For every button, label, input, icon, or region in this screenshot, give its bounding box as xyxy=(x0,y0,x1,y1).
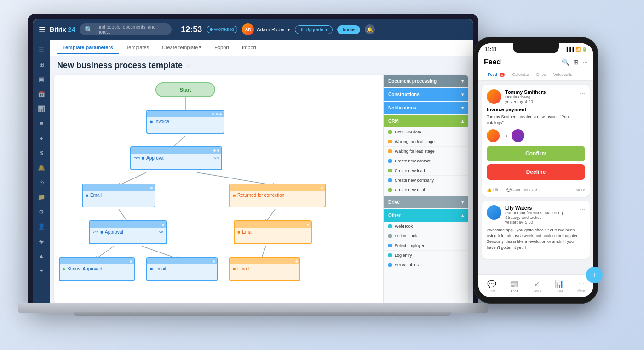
panel-item-set-variables[interactable]: Set variables xyxy=(384,260,468,270)
node-invoice-icon: ■ xyxy=(150,119,153,124)
panel-item-get-crm[interactable]: Get CRM data xyxy=(384,127,468,137)
hamburger-icon[interactable]: ☰ xyxy=(39,25,45,34)
panel-other-chevron: ▴ xyxy=(461,213,464,218)
bottom-nav-crm[interactable]: 📊 CRM xyxy=(555,280,564,293)
phone-search-icon[interactable]: 🔍 xyxy=(562,58,569,66)
bottom-nav-more[interactable]: ··· More xyxy=(577,280,585,292)
tab-import[interactable]: Import xyxy=(236,42,262,54)
node-email1-icon: ■ xyxy=(86,193,88,198)
like-button[interactable]: 👍 Like xyxy=(487,188,501,192)
tab-export[interactable]: Export xyxy=(209,42,235,54)
sidebar-item-folder[interactable]: 📁 xyxy=(35,190,48,203)
node-email4-orange[interactable]: ■ Email xyxy=(229,257,300,281)
node-invoice[interactable]: ■ Invoice xyxy=(146,110,224,134)
search-bar[interactable]: 🔍 Find people, documents, and more... xyxy=(80,23,172,35)
panel-section-doc-header[interactable]: Document processing ▾ xyxy=(384,75,468,87)
sidebar-item-circle[interactable]: ⊙ xyxy=(35,176,48,189)
sidebar-item-plus[interactable]: + xyxy=(35,264,48,277)
sidebar-item-list[interactable]: ≡ xyxy=(35,117,48,130)
sidebar-item-menu[interactable]: ☰ xyxy=(35,43,48,56)
node-returned[interactable]: ■ Returned for correction xyxy=(229,184,326,207)
tab-templates[interactable]: Templates xyxy=(121,42,155,54)
tab-create-template[interactable]: Create template ▾ xyxy=(156,41,207,54)
panel-item-create-contact[interactable]: Create new contact xyxy=(384,156,468,166)
sidebar-item-home[interactable]: ⊞ xyxy=(35,58,48,71)
node-email3-icon: ■ xyxy=(150,266,153,271)
user-chevron-icon: ▾ xyxy=(288,27,290,33)
sidebar-item-user[interactable]: 👤 xyxy=(35,220,48,233)
node-start-label: Start xyxy=(179,87,191,92)
panel-section-other: Other ▴ WebHook Action block xyxy=(384,209,468,270)
panel-item-dot xyxy=(388,244,392,247)
main-content: Template parameters Templates Create tem… xyxy=(50,40,473,308)
panel-item-log-entry[interactable]: Log entry xyxy=(384,251,468,260)
node-approval1-icon: ■ xyxy=(142,155,144,161)
favorite-star-icon[interactable]: ☆ xyxy=(186,62,192,69)
bottom-nav-feed[interactable]: 📰 Feed xyxy=(510,280,519,293)
sidebar-item-chart[interactable]: 📊 xyxy=(35,102,48,115)
node-email3-label: Email xyxy=(155,266,166,271)
upgrade-button[interactable]: ⬆ Upgrade ▾ xyxy=(295,25,332,34)
feed-lily-body: Awesome app - you gotta check it out! I'… xyxy=(487,227,585,250)
node-approved-check-icon: ● xyxy=(63,266,65,271)
phone-tab-feed[interactable]: Feed 1 xyxy=(484,69,508,80)
sidebar-item-bell[interactable]: 🔔 xyxy=(35,161,48,174)
phone-tab-calendar[interactable]: Calendar xyxy=(508,69,533,80)
sidebar-item-calendar[interactable]: 📅 xyxy=(35,87,48,100)
panel-section-notif-header[interactable]: Notifications ▾ xyxy=(384,102,468,114)
phone-tabs: Feed 1 Calendar Drive Videocalls xyxy=(478,69,593,81)
feed-more-icon[interactable]: ··· xyxy=(580,89,585,97)
feed-timestamp1: yesterday, 4:20 xyxy=(505,99,576,104)
panel-item-waiting-lead[interactable]: Waiting for lead stage xyxy=(384,147,468,156)
panel-section-crm-header[interactable]: CRM ▴ xyxy=(384,115,468,127)
node-approval2[interactable]: Yes ■ Approval No xyxy=(89,220,167,244)
right-panel: Document processing ▾ Constructions ▾ xyxy=(383,75,468,304)
node-approval1[interactable]: Yes ■ Approval No xyxy=(130,146,222,170)
panel-item-select-employee[interactable]: Select employee xyxy=(384,241,468,251)
panel-item-dot xyxy=(388,178,392,182)
sidebar-item-shape[interactable]: ◈ xyxy=(35,235,48,247)
sidebar-item-dollar[interactable]: $ xyxy=(35,146,48,159)
bottom-nav-tasks[interactable]: ✓ Tasks xyxy=(533,280,541,293)
phone-grid-icon[interactable]: ⊞ xyxy=(573,58,579,66)
fab-button[interactable]: + xyxy=(586,267,603,283)
bottom-nav-chat[interactable]: 💬 Chat xyxy=(487,280,496,293)
node-email3[interactable]: ■ Email xyxy=(146,257,218,281)
panel-section-other-header[interactable]: Other ▴ xyxy=(384,209,468,222)
feed-sub-ursula: Ursula Cheng xyxy=(505,95,576,99)
panel-item-create-deal[interactable]: Create new deal xyxy=(384,185,468,195)
feed-more2-icon[interactable]: ··· xyxy=(580,205,585,212)
sidebar-item-gear[interactable]: ⚙ xyxy=(35,205,48,218)
panel-item-webhook[interactable]: WebHook xyxy=(384,222,468,231)
sidebar: ☰ ⊞ ▣ 📅 📊 ≡ ♦ $ 🔔 ⊙ 📁 ⚙ 👤 ◈ ▲ + xyxy=(33,40,50,308)
panel-section-construct-header[interactable]: Constructions ▾ xyxy=(384,88,468,101)
sidebar-item-grid[interactable]: ▣ xyxy=(35,73,48,86)
panel-item-action-block[interactable]: Action block xyxy=(384,231,468,241)
phone-header-icons: 🔍 ⊞ ··· xyxy=(562,58,588,66)
notification-icon[interactable]: 🔔 xyxy=(365,24,375,34)
more-button[interactable]: More xyxy=(575,188,585,192)
phone-outer: 11:11 ▐▐▐ 📶 🔋 Feed 🔍 ⊞ ··· Feed xyxy=(474,37,598,304)
node-email1[interactable]: ■ Email xyxy=(82,184,155,207)
phone-tab-videocalls[interactable]: Videocalls xyxy=(550,69,576,80)
comments-button[interactable]: 💬 Comments: 3 xyxy=(506,188,538,192)
panel-item-dot xyxy=(388,234,392,238)
panel-item-create-lead[interactable]: Create new lead xyxy=(384,166,468,176)
phone-more-icon[interactable]: ··· xyxy=(582,58,588,66)
sidebar-item-triangle[interactable]: ▲ xyxy=(35,249,48,262)
tab-template-params[interactable]: Template parameters xyxy=(57,42,119,54)
panel-item-waiting-deal[interactable]: Waiting for deal stage xyxy=(384,137,468,147)
laptop-base xyxy=(18,303,488,313)
tasks-icon: ✓ xyxy=(534,280,540,288)
node-status-approved[interactable]: ● Status: Approved xyxy=(59,257,135,281)
panel-item-dot xyxy=(388,188,392,192)
phone-tab-drive[interactable]: Drive xyxy=(533,69,550,80)
panel-item-create-company[interactable]: Create new company xyxy=(384,176,468,185)
decline-button[interactable]: Decline xyxy=(487,164,585,180)
invite-button[interactable]: Invite xyxy=(337,25,360,34)
node-email2-orange[interactable]: ■ Email xyxy=(234,220,312,244)
panel-section-drive-header[interactable]: Drive ▾ xyxy=(384,196,468,208)
node-start[interactable]: Start xyxy=(155,82,215,97)
sidebar-item-diamond[interactable]: ♦ xyxy=(35,132,48,144)
confirm-button[interactable]: Confirm xyxy=(487,146,585,161)
